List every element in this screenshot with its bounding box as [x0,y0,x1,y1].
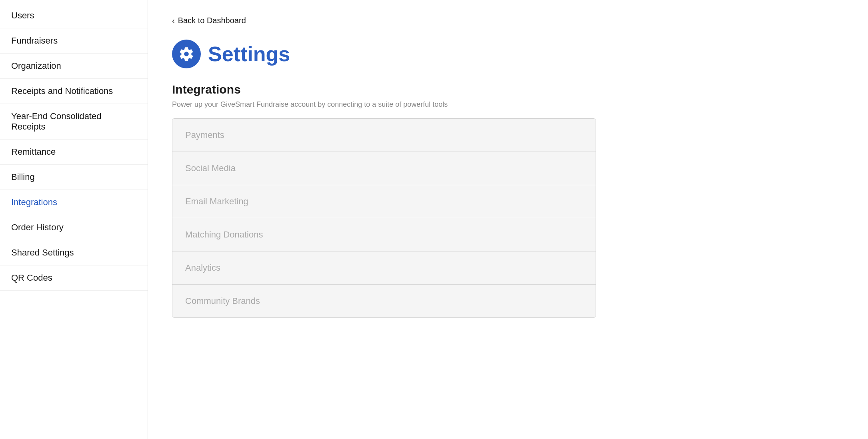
sidebar: UsersFundraisersOrganizationReceipts and… [0,0,148,439]
sidebar-item-receipts[interactable]: Receipts and Notifications [0,79,148,104]
sidebar-item-users[interactable]: Users [0,3,148,28]
back-to-dashboard-link[interactable]: ‹ Back to Dashboard [172,16,844,25]
sidebar-item-qr-codes[interactable]: QR Codes [0,265,148,291]
integration-item-payments[interactable]: Payments [172,119,596,152]
settings-icon-circle [172,40,201,68]
sidebar-item-fundraisers[interactable]: Fundraisers [0,28,148,54]
gear-icon [178,46,194,62]
back-arrow-icon: ‹ [172,16,175,25]
sidebar-item-year-end[interactable]: Year-End Consolidated Receipts [0,104,148,140]
back-link-label: Back to Dashboard [178,16,246,25]
page-title: Settings [208,42,290,66]
sidebar-item-order-history[interactable]: Order History [0,215,148,240]
sidebar-item-remittance[interactable]: Remittance [0,140,148,165]
sidebar-item-organization[interactable]: Organization [0,54,148,79]
integration-item-email-marketing[interactable]: Email Marketing [172,185,596,218]
section-title: Integrations [172,83,844,96]
section-subtitle: Power up your GiveSmart Fundraise accoun… [172,100,844,109]
sidebar-item-shared-settings[interactable]: Shared Settings [0,240,148,265]
integration-item-social-media[interactable]: Social Media [172,152,596,185]
sidebar-item-integrations[interactable]: Integrations [0,190,148,215]
integration-item-community-brands[interactable]: Community Brands [172,285,596,317]
page-header: Settings [172,40,844,68]
integration-item-matching-donations[interactable]: Matching Donations [172,218,596,251]
main-content: ‹ Back to Dashboard Settings Integration… [148,0,868,439]
integration-item-analytics[interactable]: Analytics [172,251,596,285]
sidebar-item-billing[interactable]: Billing [0,165,148,190]
integration-list: PaymentsSocial MediaEmail MarketingMatch… [172,118,596,318]
